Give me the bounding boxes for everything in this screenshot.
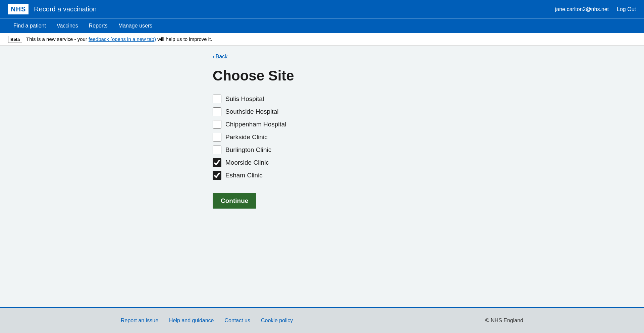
footer-report-issue[interactable]: Report an issue (121, 318, 158, 324)
chippenham-hospital-checkbox[interactable] (213, 120, 221, 129)
esham-clinic-label[interactable]: Esham Clinic (225, 172, 263, 179)
list-item: Esham Clinic (213, 171, 431, 180)
sulis-hospital-checkbox[interactable] (213, 95, 221, 103)
footer-links: Report an issue Help and guidance Contac… (121, 318, 293, 324)
parkside-clinic-checkbox[interactable] (213, 133, 221, 142)
esham-clinic-checkbox[interactable] (213, 171, 221, 180)
site-checkbox-group: Sulis Hospital Southside Hospital Chippe… (213, 95, 431, 180)
footer-inner: Report an issue Help and guidance Contac… (121, 318, 523, 324)
list-item: Burlington Clinic (213, 146, 431, 154)
content-area: ‹ Back Choose Site Sulis Hospital Souths… (0, 46, 644, 307)
page-title: Choose Site (213, 68, 431, 84)
moorside-clinic-label[interactable]: Moorside Clinic (225, 159, 269, 166)
list-item: Moorside Clinic (213, 158, 431, 167)
nav-vaccines[interactable]: Vaccines (51, 19, 84, 33)
footer-cookie-policy[interactable]: Cookie policy (261, 318, 293, 324)
southside-hospital-label[interactable]: Southside Hospital (225, 108, 278, 115)
list-item: Sulis Hospital (213, 95, 431, 103)
burlington-clinic-checkbox[interactable] (213, 146, 221, 154)
logout-link[interactable]: Log Out (617, 6, 636, 12)
site-footer: Report an issue Help and guidance Contac… (0, 307, 644, 333)
header-right: jane.carlton2@nhs.net Log Out (555, 6, 636, 12)
footer-contact-us[interactable]: Contact us (225, 318, 250, 324)
beta-tag: Beta (8, 36, 22, 43)
chippenham-hospital-label[interactable]: Chippenham Hospital (225, 121, 286, 128)
southside-hospital-checkbox[interactable] (213, 107, 221, 116)
beta-text: This is a new service - your (26, 36, 89, 42)
main-nav: Find a patient Vaccines Reports Manage u… (0, 18, 644, 33)
list-item: Southside Hospital (213, 107, 431, 116)
header-left: NHS Record a vaccination (8, 4, 97, 14)
list-item: Chippenham Hospital (213, 120, 431, 129)
list-item: Parkside Clinic (213, 133, 431, 142)
burlington-clinic-label[interactable]: Burlington Clinic (225, 146, 271, 154)
footer-help-guidance[interactable]: Help and guidance (169, 318, 214, 324)
back-chevron-icon: ‹ (213, 54, 214, 59)
nav-reports[interactable]: Reports (84, 19, 113, 33)
feedback-link[interactable]: feedback (opens in a new tab) (89, 36, 156, 42)
app-title: Record a vaccination (34, 5, 97, 13)
footer-copyright: © NHS England (485, 318, 523, 324)
nav-manage-users[interactable]: Manage users (113, 19, 158, 33)
continue-button[interactable]: Continue (213, 193, 256, 209)
user-email-link[interactable]: jane.carlton2@nhs.net (555, 6, 609, 12)
site-header: NHS Record a vaccination jane.carlton2@n… (0, 0, 644, 33)
nhs-logo: NHS (8, 4, 29, 14)
moorside-clinic-checkbox[interactable] (213, 158, 221, 167)
sulis-hospital-label[interactable]: Sulis Hospital (225, 95, 264, 103)
beta-text-after: will help us to improve it. (157, 36, 212, 42)
nav-find-patient[interactable]: Find a patient (8, 19, 51, 33)
back-link[interactable]: ‹ Back (213, 54, 227, 60)
main-content: ‹ Back Choose Site Sulis Hospital Souths… (205, 46, 439, 229)
back-label: Back (216, 54, 228, 60)
beta-banner: Beta This is a new service - your feedba… (0, 33, 644, 46)
parkside-clinic-label[interactable]: Parkside Clinic (225, 133, 268, 141)
